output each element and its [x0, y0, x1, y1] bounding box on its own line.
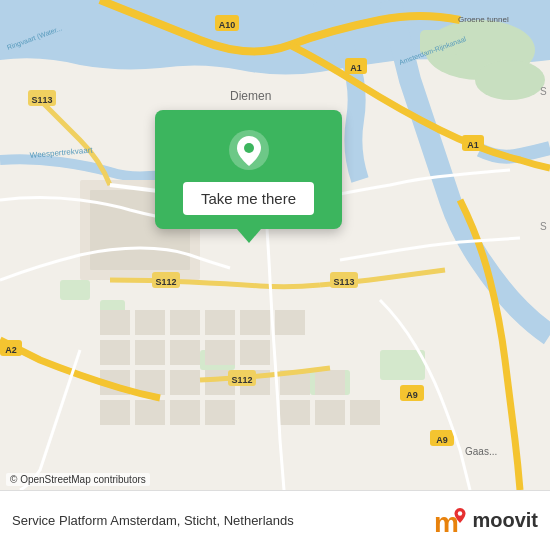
svg-rect-33	[280, 400, 310, 425]
moovit-logo-icon: m	[434, 504, 468, 538]
svg-rect-8	[380, 350, 425, 380]
svg-rect-20	[205, 340, 235, 365]
map-view[interactable]: S113 S112 S113 S112 A9 A9 A10 A1 A1 A2	[0, 0, 550, 490]
map-popup: Take me there	[155, 110, 342, 243]
footer-info: Service Platform Amsterdam, Sticht, Neth…	[12, 513, 294, 528]
svg-text:S112: S112	[155, 277, 176, 287]
svg-rect-19	[170, 340, 200, 365]
svg-rect-18	[135, 340, 165, 365]
svg-rect-17	[100, 340, 130, 365]
svg-rect-30	[205, 400, 235, 425]
svg-rect-15	[240, 310, 270, 335]
moovit-brand-text: moovit	[472, 509, 538, 532]
moovit-logo: m moovit	[434, 504, 538, 538]
svg-rect-35	[350, 400, 380, 425]
svg-rect-24	[170, 370, 200, 395]
svg-text:Gaas...: Gaas...	[465, 446, 497, 457]
svg-text:S: S	[540, 86, 547, 97]
svg-rect-32	[315, 370, 345, 395]
svg-text:A2: A2	[5, 345, 17, 355]
svg-point-67	[458, 511, 462, 515]
svg-text:S112: S112	[231, 375, 252, 385]
svg-rect-14	[205, 310, 235, 335]
location-label: Service Platform Amsterdam, Sticht, Neth…	[12, 513, 294, 528]
svg-rect-16	[275, 310, 305, 335]
svg-rect-29	[170, 400, 200, 425]
footer-bar: Service Platform Amsterdam, Sticht, Neth…	[0, 490, 550, 550]
svg-rect-12	[135, 310, 165, 335]
location-pin-icon	[227, 128, 271, 172]
popup-triangle	[237, 229, 261, 243]
svg-text:S113: S113	[333, 277, 354, 287]
svg-rect-21	[240, 340, 270, 365]
osm-attribution-text: © OpenStreetMap contributors	[10, 474, 146, 485]
take-me-there-button[interactable]: Take me there	[183, 182, 314, 215]
svg-rect-4	[60, 280, 90, 300]
map-attribution: © OpenStreetMap contributors	[6, 473, 150, 486]
svg-text:A10: A10	[219, 20, 236, 30]
svg-rect-28	[135, 400, 165, 425]
svg-rect-11	[100, 310, 130, 335]
svg-text:Diemen: Diemen	[230, 89, 271, 103]
popup-card: Take me there	[155, 110, 342, 229]
svg-point-65	[244, 143, 254, 153]
svg-text:S: S	[540, 221, 547, 232]
svg-point-3	[475, 60, 545, 100]
svg-text:Groene tunnel: Groene tunnel	[458, 15, 509, 24]
svg-text:A9: A9	[436, 435, 448, 445]
svg-text:S113: S113	[31, 95, 52, 105]
svg-rect-27	[100, 400, 130, 425]
svg-text:A1: A1	[350, 63, 362, 73]
svg-rect-13	[170, 310, 200, 335]
svg-text:A9: A9	[406, 390, 418, 400]
svg-text:A1: A1	[467, 140, 479, 150]
svg-rect-34	[315, 400, 345, 425]
